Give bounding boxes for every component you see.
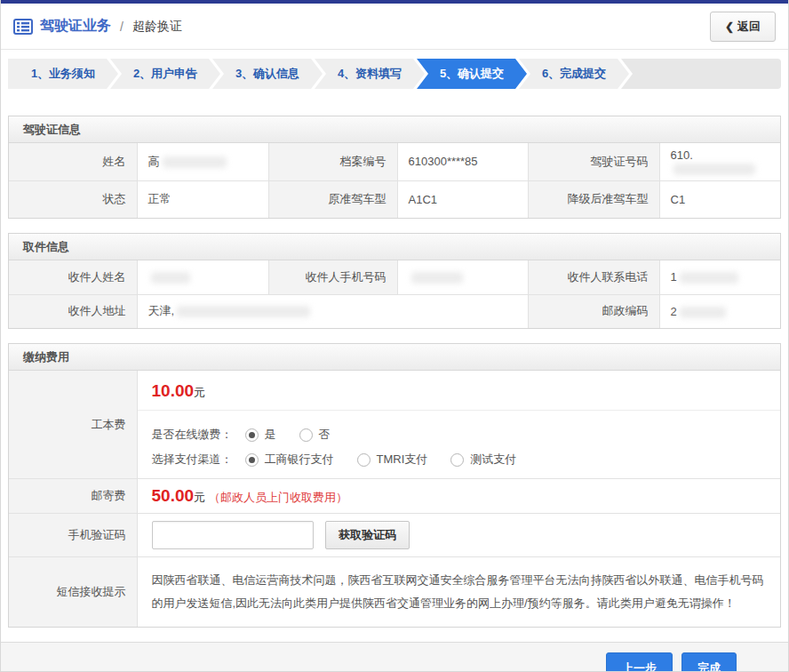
list-icon xyxy=(13,19,33,35)
sms-notice-label: 短信接收提示 xyxy=(9,557,137,627)
card-fee-value: 10.00 xyxy=(152,381,195,400)
fee-label-card: 工本费 xyxy=(9,371,137,479)
table-row: 收件人地址 天津, 邮政编码 2 xyxy=(9,294,780,328)
field-label-recipient-phone: 收件人联系电话 xyxy=(528,260,659,294)
radio-channel-icbc-label: 工商银行支付 xyxy=(265,452,334,468)
section-license-title: 驾驶证信息 xyxy=(9,116,780,143)
page-subtitle: 超龄换证 xyxy=(132,19,182,35)
radio-unchecked-icon xyxy=(299,428,313,442)
radio-channel-test[interactable]: 测试支付 xyxy=(450,452,516,468)
step-tab-5-label: 5、确认提交 xyxy=(440,66,504,82)
page: 驾驶证业务 / 超龄换证 ❮ 返回 1、业务须知 2、用户申告 3、确认信息 4… xyxy=(0,0,789,672)
field-value-recipient-name xyxy=(137,260,268,294)
online-pay-row: 是否在线缴费： 是 否 xyxy=(152,427,767,443)
pay-channel-question: 选择支付渠道： xyxy=(152,452,233,468)
field-value-recipient-address: 天津, xyxy=(137,294,528,328)
finish-button[interactable]: 完成 xyxy=(681,652,737,672)
field-label-name: 姓名 xyxy=(9,143,137,180)
field-value-license-no: 610. xyxy=(659,143,780,180)
fee-label-post: 邮寄费 xyxy=(9,479,137,514)
fees-table: 工本费 10.00元 是否在线缴费： 是 否 选择支付 xyxy=(9,371,780,627)
step-tab-2-label: 2、用户申告 xyxy=(133,66,197,82)
post-fee-amount: 50.00元（邮政人员上门收取费用） xyxy=(137,479,780,514)
footer-action-bar: 上一步 完成 xyxy=(1,642,788,672)
pickup-table: 收件人姓名 收件人手机号码 收件人联系电话 1 收件人地址 天津, 邮政编码 2 xyxy=(9,260,780,328)
field-label-new-class: 降级后准驾车型 xyxy=(528,180,659,218)
field-label-postal-code: 邮政编码 xyxy=(528,294,659,328)
pay-channel-row: 选择支付渠道： 工商银行支付 TMRI支付 测试支付 xyxy=(152,452,767,468)
sms-notice-row: 短信接收提示 因陕西省联通、电信运营商技术问题，陕西省互联网交通安全综合服务管理… xyxy=(9,557,780,627)
radio-unchecked-icon xyxy=(357,453,371,467)
previous-step-button[interactable]: 上一步 xyxy=(606,652,673,672)
section-license-info: 驾驶证信息 姓名 高 档案编号 610300****85 驾驶证号码 610. … xyxy=(8,116,781,219)
field-label-license-no: 驾驶证号码 xyxy=(528,143,659,180)
radio-online-no-label: 否 xyxy=(319,427,331,443)
table-row: 姓名 高 档案编号 610300****85 驾驶证号码 610. xyxy=(9,143,780,180)
step-tab-6-label: 6、完成提交 xyxy=(542,66,606,82)
redaction-blur xyxy=(177,306,310,317)
radio-online-yes[interactable]: 是 xyxy=(245,427,276,443)
card-fee-unit: 元 xyxy=(194,386,205,399)
post-fee-note: （邮政人员上门收取费用） xyxy=(209,491,347,504)
step-tabs-filler xyxy=(621,59,781,89)
radio-checked-icon xyxy=(245,428,259,442)
radio-channel-test-label: 测试支付 xyxy=(470,452,516,468)
step-tab-4-label: 4、资料填写 xyxy=(338,66,402,82)
step-tab-1-label: 1、业务须知 xyxy=(31,66,95,82)
radio-online-yes-label: 是 xyxy=(265,427,276,443)
radio-checked-icon xyxy=(245,453,259,467)
page-title: 驾驶证业务 xyxy=(40,17,111,36)
field-label-recipient-address: 收件人地址 xyxy=(9,294,137,328)
sms-notice-text: 因陕西省联通、电信运营商技术问题，陕西省互联网交通安全综合服务管理平台无法向持陕… xyxy=(137,557,780,627)
redaction-blur xyxy=(151,272,190,284)
redaction-blur xyxy=(673,164,755,175)
field-value-status: 正常 xyxy=(137,180,268,218)
radio-channel-tmri-label: TMRI支付 xyxy=(377,452,428,468)
redaction-blur xyxy=(411,272,463,284)
field-label-recipient-name: 收件人姓名 xyxy=(9,260,137,294)
fee-row-post: 邮寄费 50.00元（邮政人员上门收取费用） xyxy=(9,479,780,514)
online-pay-question: 是否在线缴费： xyxy=(152,427,233,443)
post-fee-value: 50.00 xyxy=(152,486,195,505)
field-value-recipient-mobile xyxy=(397,260,528,294)
field-value-orig-class: A1C1 xyxy=(397,180,528,218)
field-label-status: 状态 xyxy=(9,180,137,218)
table-row: 收件人姓名 收件人手机号码 收件人联系电话 1 xyxy=(9,260,780,294)
step-tab-3-label: 3、确认信息 xyxy=(235,66,299,82)
card-fee-amount: 10.00元 xyxy=(138,371,781,411)
sms-code-input[interactable] xyxy=(152,521,314,549)
field-value-file-no: 610300****85 xyxy=(397,143,528,180)
fee-row-card: 工本费 10.00元 是否在线缴费： 是 否 选择支付 xyxy=(9,371,780,479)
section-fees-title: 缴纳费用 xyxy=(9,344,780,371)
breadcrumb-separator: / xyxy=(118,20,125,34)
step-tab-2[interactable]: 2、用户申告 xyxy=(110,59,220,89)
radio-unchecked-icon xyxy=(450,453,464,467)
header: 驾驶证业务 / 超龄换证 ❮ 返回 xyxy=(1,4,788,50)
field-value-recipient-phone: 1 xyxy=(659,260,780,294)
get-code-button[interactable]: 获取验证码 xyxy=(325,521,410,549)
field-label-recipient-mobile: 收件人手机号码 xyxy=(268,260,397,294)
step-tab-4[interactable]: 4、资料填写 xyxy=(315,59,425,89)
sms-code-row: 手机验证码 获取验证码 xyxy=(9,514,780,557)
step-tabs: 1、业务须知 2、用户申告 3、确认信息 4、资料填写 5、确认提交 6、完成提… xyxy=(1,50,788,101)
license-table: 姓名 高 档案编号 610300****85 驾驶证号码 610. 状态 正常 … xyxy=(9,143,780,218)
main-content: 驾驶证信息 姓名 高 档案编号 610300****85 驾驶证号码 610. … xyxy=(1,116,788,628)
field-value-name: 高 xyxy=(137,143,268,180)
sms-code-label: 手机验证码 xyxy=(9,514,137,557)
radio-channel-tmri[interactable]: TMRI支付 xyxy=(357,452,428,468)
radio-channel-icbc[interactable]: 工商银行支付 xyxy=(245,452,334,468)
redaction-blur xyxy=(680,307,726,318)
back-button[interactable]: ❮ 返回 xyxy=(710,12,776,42)
field-label-orig-class: 原准驾车型 xyxy=(268,180,397,218)
table-row: 状态 正常 原准驾车型 A1C1 降级后准驾车型 C1 xyxy=(9,180,780,218)
step-tab-1[interactable]: 1、业务须知 xyxy=(8,59,118,89)
back-button-label: 返回 xyxy=(737,19,761,35)
redaction-blur xyxy=(680,272,738,284)
step-tab-5-active[interactable]: 5、确认提交 xyxy=(417,59,527,89)
section-pickup-title: 取件信息 xyxy=(9,234,780,260)
radio-online-no[interactable]: 否 xyxy=(299,427,331,443)
back-chevron-icon: ❮ xyxy=(725,20,734,33)
step-tab-3[interactable]: 3、确认信息 xyxy=(212,59,323,89)
step-tab-6[interactable]: 6、完成提交 xyxy=(519,59,629,89)
breadcrumb: 驾驶证业务 / 超龄换证 xyxy=(13,17,182,36)
